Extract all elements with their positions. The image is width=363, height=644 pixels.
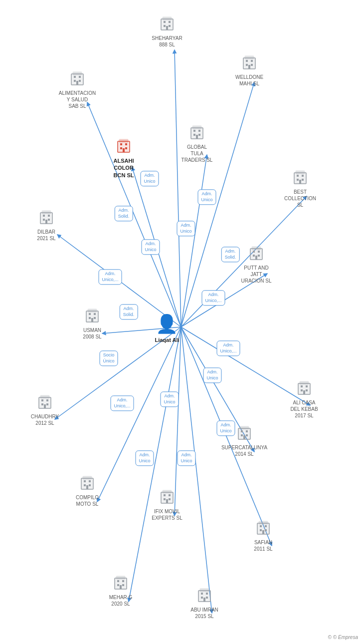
svg-rect-117 [84,484,86,486]
building-icon-safian [255,519,271,537]
svg-rect-91 [301,385,303,387]
company-node-ali_casa[interactable]: ALI CASA DEL KEBAB 2017 SL [287,379,322,419]
svg-rect-61 [297,179,299,181]
company-label-dilbar: DILBAR 2021 SL [37,229,55,242]
badge-b11[interactable]: Adm. Unico,... [216,340,240,356]
svg-rect-51 [193,130,195,132]
svg-rect-92 [306,385,308,387]
svg-rect-37 [74,80,76,82]
svg-rect-46 [125,147,127,149]
svg-rect-38 [79,80,81,82]
svg-rect-66 [42,211,51,214]
svg-rect-118 [89,484,91,486]
svg-rect-50 [192,126,201,129]
svg-line-13 [175,327,181,516]
svg-line-2 [87,102,181,327]
building-icon-global_tula [189,124,205,142]
svg-rect-26 [245,56,254,59]
company-label-ifix: IFIX MOVIL EXPERTS SL [152,508,182,521]
badge-b15[interactable]: Adm. Unico [216,420,235,436]
company-node-compilo_moto[interactable]: COMPILO MOTO SL [70,474,105,507]
badge-label-b4: Adm. Unico [141,239,160,255]
svg-rect-45 [120,147,122,149]
company-node-ifix[interactable]: IFIX MOVIL EXPERTS SL [150,488,184,521]
company-node-chaudhry[interactable]: CHAUDHRY 2012 SL [27,393,62,426]
badge-b8[interactable]: Adm. Unico,... [201,290,225,306]
badge-b17[interactable]: Adm. Unico [135,450,154,466]
svg-rect-94 [306,389,308,391]
company-node-welldone[interactable]: WELLDONE MAHI SL [232,54,267,87]
badge-b13[interactable]: Adm. Unico [160,391,179,407]
badge-b3[interactable]: Adm. Solid. [115,206,133,221]
svg-rect-131 [260,525,262,527]
svg-rect-143 [120,585,122,589]
svg-rect-148 [206,593,208,595]
svg-rect-111 [243,435,245,439]
svg-rect-34 [73,72,82,75]
svg-rect-103 [44,404,46,408]
svg-rect-44 [125,143,127,145]
building-icon-ali_casa [296,379,312,397]
company-label-abu_imran: ABU IMRAN 2015 SL [190,607,218,620]
svg-rect-18 [163,17,172,20]
badge-b16[interactable]: Adm. Unico [177,450,195,466]
svg-rect-133 [260,529,262,531]
company-node-alsahi[interactable]: ALSAHI COLOR BCN SL [106,137,141,179]
svg-rect-95 [303,390,305,394]
company-node-best_collection[interactable]: BEST COLLECTION SL [283,169,318,208]
badge-label-b11: Adm. Unico,... [216,340,240,356]
svg-rect-98 [40,395,49,398]
badge-b1[interactable]: Adm. Unico [140,171,159,186]
badge-b6[interactable]: Adm. Solid. [221,247,240,262]
badge-b4[interactable]: Adm. Unico [141,239,160,255]
company-node-global_tula[interactable]: GLOBAL TULA TRADERS SL [180,124,214,163]
svg-rect-134 [265,529,267,531]
svg-rect-101 [41,403,43,405]
building-icon-compilo_moto [79,474,95,492]
svg-rect-69 [43,219,45,221]
company-node-dilbar[interactable]: DILBAR 2021 SL [29,209,64,242]
badge-b5[interactable]: Adm. Unico [177,221,195,236]
svg-rect-150 [206,597,208,599]
svg-rect-35 [74,76,76,78]
person-icon: 👤 [156,314,178,334]
svg-rect-21 [164,25,166,27]
svg-rect-52 [198,130,200,132]
building-icon-ifix [159,488,175,506]
svg-rect-31 [248,65,250,69]
company-label-sheharyar: SHEHARYAR 888 SL [152,35,182,48]
badge-b7[interactable]: Adm. Unico,... [98,269,122,285]
company-label-best_collection: BEST COLLECTION SL [284,189,316,208]
company-node-alimentacion[interactable]: ALIMENTACION Y SALUD SAB SL [60,70,95,109]
company-node-usman[interactable]: USMAN 2008 SL [75,307,110,340]
badge-label-b3: Adm. Solid. [115,206,133,221]
svg-rect-42 [119,139,128,142]
svg-rect-123 [164,494,166,496]
company-label-alimentacion: ALIMENTACION Y SALUD SAB SL [59,90,96,109]
svg-rect-87 [91,318,93,322]
building-icon-usman [84,307,100,325]
badge-b12[interactable]: Adm. Unico [203,367,221,383]
svg-rect-140 [122,580,124,582]
company-label-ali_casa: ALI CASA DEL KEBAB 2017 SL [290,399,318,419]
svg-rect-132 [265,525,267,527]
badge-b2[interactable]: Adm. Unico [197,189,216,205]
badge-label-b7: Adm. Unico,... [98,269,122,285]
badge-b9[interactable]: Adm. Solid. [120,304,138,320]
badge-label-b9: Adm. Solid. [120,304,138,320]
svg-rect-63 [299,180,301,184]
badge-label-b17: Adm. Unico [135,450,154,466]
building-icon-welldone [241,54,257,72]
svg-rect-47 [123,148,125,152]
company-node-putt_jatt[interactable]: PUTT AND JATT URACION SL [239,245,274,284]
center-node[interactable]: 👤 Liaqat Ali [155,314,179,343]
badge-b14[interactable]: Adm. Unico,... [110,395,134,411]
company-node-safian[interactable]: SAFIAN 2011 SL [246,519,281,552]
badge-b10[interactable]: Socio Único [99,350,118,366]
badge-label-b10: Socio Único [99,350,118,366]
company-node-mehar_g[interactable]: MEHAR G 2020 SL [103,574,138,607]
svg-rect-43 [120,143,122,145]
company-node-abu_imran[interactable]: ABU IMRAN 2015 SL [187,587,222,620]
company-node-sheharyar[interactable]: SHEHARYAR 888 SL [150,15,184,48]
svg-rect-93 [301,389,303,391]
